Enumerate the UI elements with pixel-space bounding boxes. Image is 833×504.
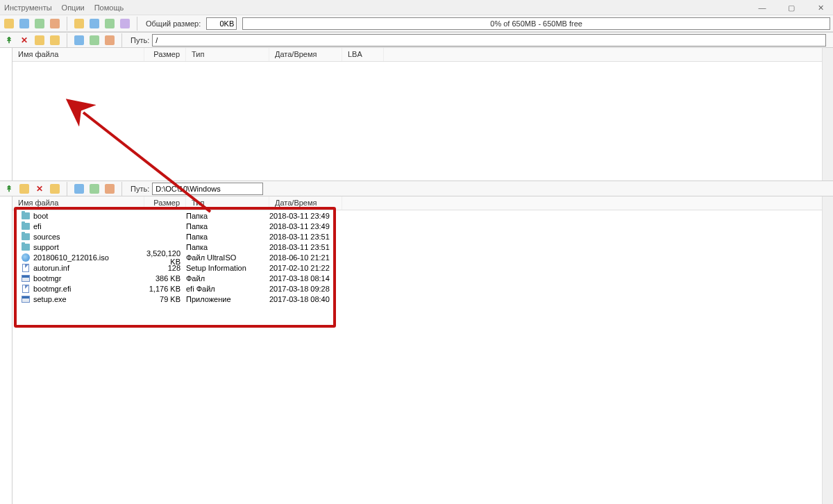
local-file-list[interactable]: Имя файла Размер Тип Дата/Время bootПапк… [12, 196, 822, 504]
folder-icon [21, 211, 31, 221]
file-date: 2017-03-18 08:14 [269, 274, 342, 283]
list-icon[interactable] [103, 183, 116, 195]
path-label-bottom: Путь: [131, 185, 149, 193]
up-icon[interactable]: ↟ [3, 183, 15, 195]
close-button[interactable]: ✕ [812, 3, 829, 12]
col-type[interactable]: Тип [186, 196, 269, 210]
list-icon[interactable] [103, 34, 116, 47]
col-type[interactable]: Тип [186, 48, 269, 61]
props-icon[interactable] [73, 34, 85, 47]
scrollbar[interactable] [822, 48, 833, 180]
main-toolbar: Общий размер: 0KB 0% of 650MB - 650MB fr… [0, 15, 833, 32]
col-date[interactable]: Дата/Время [269, 196, 342, 210]
image-pane-toolbar: ↟ ✕ Путь: / [0, 33, 833, 48]
settings-icon[interactable] [88, 34, 101, 47]
file-row[interactable]: bootmgr386 KBФайл2017-03-18 08:14 [12, 273, 822, 283]
image-tree[interactable] [0, 48, 12, 180]
delete-icon[interactable]: ✕ [33, 183, 46, 195]
separator [121, 182, 122, 196]
folder-icon[interactable] [49, 34, 61, 47]
file-date: 2017-02-10 21:22 [269, 264, 342, 272]
delete-icon[interactable]: ✕ [18, 34, 31, 47]
folder-icon [21, 221, 31, 231]
up-icon[interactable]: ↟ [3, 34, 15, 47]
file-row[interactable]: sourcesПапка2018-03-11 23:51 [12, 231, 822, 242]
image-file-list[interactable]: Имя файла Размер Тип Дата/Время LBA [12, 48, 822, 180]
folder-icon[interactable] [49, 183, 61, 195]
minimize-button[interactable]: — [754, 3, 771, 12]
scrollbar[interactable] [822, 196, 833, 504]
separator [67, 17, 67, 31]
file-row[interactable]: bootmgr.efi1,176 KBefi Файл2017-03-18 09… [12, 283, 822, 294]
file-type: Папка [186, 243, 269, 251]
capacity-text: 0% of 650MB - 650MB free [490, 19, 582, 28]
tb-open-icon[interactable] [18, 17, 31, 30]
file-row[interactable]: 20180610_212016.iso3,520,120 KBФайл Ultr… [12, 252, 822, 262]
local-pane-toolbar: ↟ ✕ Путь: D:\OC\10\Windows (обновленная) [0, 181, 833, 196]
menubar: Инструменты Опции Помощь — ▢ ✕ [0, 0, 833, 15]
file-row[interactable]: bootПапка2018-03-11 23:49 [12, 210, 822, 221]
file-type: Папка [186, 222, 269, 230]
iso-icon [21, 253, 31, 262]
file-type: Setup Information [186, 264, 269, 272]
file-name: support [33, 243, 144, 251]
newfolder-icon[interactable] [33, 34, 46, 47]
path-input-bottom[interactable]: D:\OC\10\Windows (обновленная) [152, 183, 263, 195]
newfolder-icon[interactable] [18, 183, 31, 195]
doc-icon [21, 263, 31, 273]
maximize-button[interactable]: ▢ [783, 3, 800, 12]
exe-icon [21, 294, 31, 304]
file-date: 2018-03-11 23:49 [269, 222, 342, 230]
col-size[interactable]: Размер [144, 196, 186, 210]
path-label-top: Путь: [131, 36, 149, 44]
file-name: boot [33, 212, 144, 220]
tb-saveas-icon[interactable] [49, 17, 61, 30]
path-input-top[interactable]: / [152, 34, 826, 47]
file-name: efi [33, 222, 144, 230]
tb-info-icon[interactable] [88, 17, 101, 30]
tb-save-icon[interactable] [33, 17, 46, 30]
tb-exit-icon[interactable] [119, 17, 131, 30]
file-row[interactable]: setup.exe79 KBПриложение2017-03-18 08:40 [12, 294, 822, 304]
file-row[interactable]: efiПапка2018-03-11 23:49 [12, 221, 822, 231]
file-date: 2018-03-11 23:51 [269, 243, 342, 251]
settings-icon[interactable] [88, 183, 101, 195]
menu-options[interactable]: Опции [62, 3, 85, 12]
file-name: 20180610_212016.iso [33, 253, 144, 262]
separator [121, 33, 122, 47]
separator [67, 33, 67, 47]
file-name: autorun.inf [33, 264, 144, 272]
file-size: 1,176 KB [144, 285, 186, 293]
doc-icon [21, 284, 31, 294]
tb-extract-icon[interactable] [73, 17, 85, 30]
file-date: 2018-03-11 23:49 [269, 212, 342, 220]
menu-help[interactable]: Помощь [94, 3, 124, 12]
menu-tools[interactable]: Инструменты [4, 3, 52, 12]
col-name[interactable]: Имя файла [12, 48, 144, 61]
folder-icon [21, 242, 31, 252]
file-type: Папка [186, 233, 269, 241]
image-list-header: Имя файла Размер Тип Дата/Время LBA [12, 48, 822, 62]
file-size: 128 [144, 264, 186, 272]
file-name: bootmgr [33, 274, 144, 283]
file-date: 2018-03-11 23:51 [269, 233, 342, 241]
local-tree[interactable] [0, 196, 12, 504]
add-icon[interactable] [73, 183, 85, 195]
col-size[interactable]: Размер [144, 48, 186, 61]
tb-help-icon[interactable] [103, 17, 116, 30]
col-date[interactable]: Дата/Время [269, 48, 342, 61]
tb-new-icon[interactable] [3, 17, 15, 30]
file-name: sources [33, 233, 144, 241]
file-type: Файл [186, 274, 269, 283]
col-name[interactable]: Имя файла [12, 196, 144, 210]
file-size: 386 KB [144, 274, 186, 283]
local-pane: ↟ ✕ Путь: D:\OC\10\Windows (обновленная)… [0, 180, 833, 504]
separator [67, 182, 67, 196]
capacity-bar: 0% of 650MB - 650MB free [242, 17, 830, 30]
file-row[interactable]: supportПапка2018-03-11 23:51 [12, 242, 822, 252]
image-pane: ↟ ✕ Путь: / Имя файла Размер Тип [0, 32, 833, 180]
col-lba[interactable]: LBA [342, 48, 384, 61]
exe-icon [21, 274, 31, 283]
local-list-header: Имя файла Размер Тип Дата/Время [12, 196, 822, 210]
file-row[interactable]: autorun.inf128Setup Information2017-02-1… [12, 262, 822, 273]
